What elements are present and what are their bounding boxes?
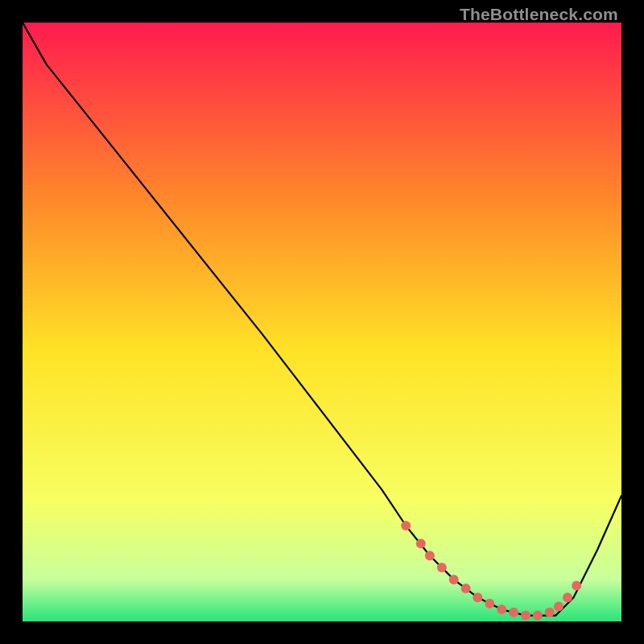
curve-marker <box>521 611 530 621</box>
curve-marker <box>473 592 482 602</box>
bottleneck-curve-chart <box>23 23 621 621</box>
curve-marker <box>533 611 543 621</box>
curve-marker <box>425 551 435 560</box>
curve-marker <box>461 584 471 593</box>
curve-marker <box>449 575 459 584</box>
curve-marker <box>509 608 518 617</box>
curve-marker <box>563 592 572 602</box>
chart-frame <box>23 23 621 621</box>
curve-marker <box>437 563 447 572</box>
curve-marker <box>401 521 411 530</box>
watermark-text: TheBottleneck.com <box>460 5 618 24</box>
curve-marker <box>416 539 426 548</box>
curve-marker <box>497 605 506 614</box>
curve-marker <box>554 601 564 611</box>
curve-marker <box>572 580 581 590</box>
gradient-background <box>23 23 621 621</box>
curve-marker <box>485 599 494 609</box>
curve-marker <box>545 608 555 617</box>
